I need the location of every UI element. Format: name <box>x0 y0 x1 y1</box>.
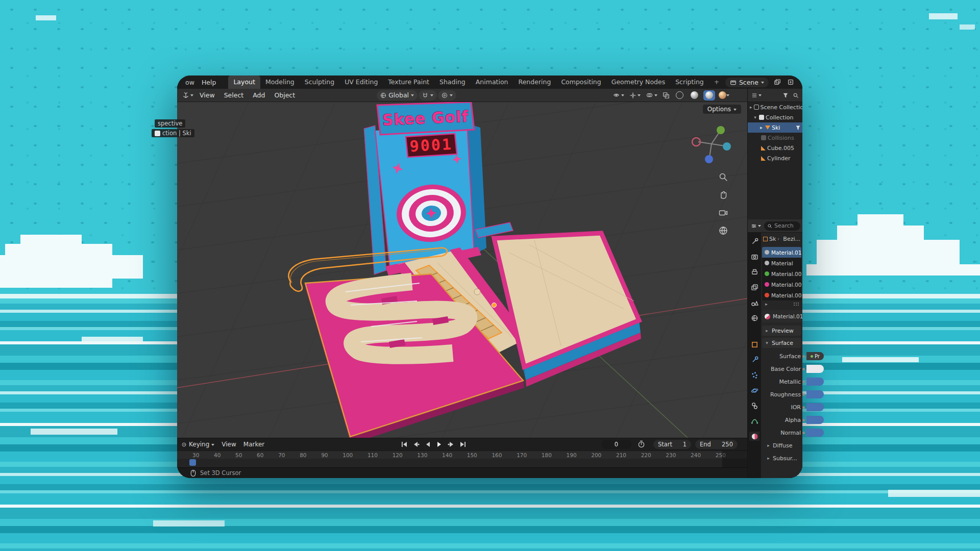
tab-layout[interactable]: Layout <box>228 76 260 89</box>
topbar[interactable]: ow Help Layout Modeling Sculpting UV Edi… <box>177 76 802 89</box>
slider[interactable] <box>806 390 824 398</box>
material-slot[interactable]: Material.011 <box>762 247 801 258</box>
color-swatch[interactable] <box>806 365 824 373</box>
next-keyframe-button[interactable] <box>446 439 456 449</box>
normal-value-fragment[interactable] <box>802 429 824 437</box>
transform-orientation-dropdown[interactable]: Global <box>377 90 418 101</box>
funnel-icon[interactable] <box>795 125 801 131</box>
3d-viewport[interactable]: Skee Golf 9001 <box>177 102 747 438</box>
field-surface[interactable]: Surface <box>761 351 802 361</box>
checkbox-icon[interactable] <box>759 115 764 120</box>
jump-to-end-button[interactable] <box>458 439 468 449</box>
animate-dot-icon[interactable] <box>802 419 805 421</box>
search-icon[interactable] <box>792 92 800 99</box>
outliner-row-collisions[interactable]: Collisions <box>748 133 802 143</box>
auto-keying-toggle[interactable] <box>638 440 645 448</box>
animate-dot-icon[interactable] <box>802 368 805 370</box>
tab-scene[interactable] <box>749 298 760 307</box>
options-button[interactable]: Options <box>703 105 741 114</box>
tab-render[interactable] <box>749 252 760 261</box>
expand-icon[interactable]: ▸ <box>764 302 769 307</box>
overlays-dropdown[interactable] <box>645 91 658 99</box>
view-layer-icon[interactable] <box>773 78 782 86</box>
alpha-slider-fragment[interactable] <box>802 416 824 424</box>
tab-view-layer[interactable] <box>749 283 760 292</box>
frame-start-field[interactable]: Start1 <box>653 440 691 449</box>
snapping-button[interactable] <box>419 90 437 101</box>
visibility-dropdown[interactable] <box>611 91 625 99</box>
filter-funnel-icon[interactable] <box>781 92 790 99</box>
roughness-slider-fragment[interactable] <box>802 390 824 398</box>
frame-end-field[interactable]: End250 <box>695 440 738 449</box>
outliner-row-collection[interactable]: ▾ Collection <box>748 112 802 122</box>
zoom-tool[interactable] <box>718 171 729 183</box>
tab-material[interactable] <box>749 432 760 441</box>
prev-keyframe-button[interactable] <box>411 439 421 449</box>
tab-constraints[interactable] <box>749 401 760 410</box>
field-roughness[interactable]: Roughness <box>761 389 802 399</box>
tab-scripting[interactable]: Scripting <box>670 76 709 89</box>
subpanel-diffuse[interactable]: ▸ Diffuse <box>761 440 802 450</box>
select-menu[interactable]: Select <box>220 90 248 100</box>
playhead[interactable] <box>189 459 196 466</box>
editor-type-button[interactable] <box>181 91 194 99</box>
material-slot[interactable]: Material <box>762 258 801 268</box>
surface-panel-header[interactable]: ▾ Surface <box>762 338 801 348</box>
outliner-row-cube005[interactable]: Cube.005 <box>748 143 802 153</box>
material-slot[interactable]: Material.006 <box>762 290 801 300</box>
animate-dot-icon[interactable] <box>802 432 805 434</box>
camera-view-tool[interactable] <box>718 207 729 218</box>
tab-physics[interactable] <box>749 386 760 395</box>
field-alpha[interactable]: Alpha <box>761 415 802 425</box>
animate-dot-icon[interactable] <box>802 406 805 409</box>
shading-material-button[interactable] <box>703 90 715 101</box>
help-menu[interactable]: Help <box>198 78 220 87</box>
tab-rendering[interactable]: Rendering <box>513 76 556 89</box>
navigation-gizmo[interactable] <box>689 121 734 166</box>
surface-value-fragment[interactable]: Pr <box>802 352 824 360</box>
properties-search[interactable]: Search <box>764 221 800 231</box>
resize-grip-icon[interactable] <box>793 302 799 306</box>
tab-sculpting[interactable]: Sculpting <box>300 76 339 89</box>
material-slot[interactable]: Material.004 <box>762 279 801 290</box>
new-layer-icon[interactable] <box>786 78 795 86</box>
subpanel-subsurface[interactable]: ▸ Subsur... <box>761 453 802 463</box>
xray-toggle[interactable] <box>662 91 671 99</box>
pan-hand-tool[interactable] <box>718 189 729 201</box>
viewport-header[interactable]: View Select Add Object Global <box>177 89 747 102</box>
animate-dot-icon[interactable] <box>802 393 805 396</box>
scene-selector[interactable]: Scene <box>725 78 769 87</box>
timeline-track[interactable] <box>177 459 747 467</box>
field-normal[interactable]: Normal <box>761 428 802 438</box>
material-browser[interactable]: Material.011 <box>762 310 802 322</box>
add-menu[interactable]: Add <box>249 90 269 100</box>
slider[interactable] <box>806 416 824 424</box>
play-button[interactable] <box>434 439 445 449</box>
animate-dot-icon[interactable] <box>802 381 805 383</box>
metallic-slider-fragment[interactable] <box>802 378 824 386</box>
material-slot[interactable]: Material.003 <box>762 268 801 279</box>
outliner-row-cylinder[interactable]: Cylinder <box>748 153 802 163</box>
shading-solid-button[interactable] <box>689 90 700 101</box>
window-menu-fragment[interactable]: ow <box>182 79 198 86</box>
keying-menu[interactable]: Keying <box>181 441 214 448</box>
breadcrumb[interactable]: Sk › Bezi... <box>761 233 802 245</box>
tab-animation[interactable]: Animation <box>471 76 513 89</box>
tab-texture-paint[interactable]: Texture Paint <box>383 76 434 89</box>
tab-geometry-nodes[interactable]: Geometry Nodes <box>606 76 670 89</box>
properties-editor-icon[interactable] <box>750 222 762 230</box>
timeline-ruler[interactable]: 3040506070809010011012013014015016017018… <box>177 450 747 459</box>
tab-compositing[interactable]: Compositing <box>556 76 606 89</box>
tab-particles[interactable] <box>749 370 760 380</box>
slider[interactable] <box>806 403 824 411</box>
object-menu[interactable]: Object <box>270 90 299 100</box>
outliner-row-scene-collection[interactable]: ▸ Scene Collection <box>748 102 802 112</box>
timeline-view-menu[interactable]: View <box>222 441 236 448</box>
gizmos-dropdown[interactable] <box>628 91 642 99</box>
slider[interactable] <box>806 378 824 386</box>
tab-shading[interactable]: Shading <box>434 76 471 89</box>
preview-panel-header[interactable]: ▸ Preview <box>762 325 801 336</box>
marker-menu[interactable]: Marker <box>243 441 264 448</box>
tab-modeling[interactable]: Modeling <box>260 76 300 89</box>
shading-rendered-button[interactable] <box>718 90 730 101</box>
